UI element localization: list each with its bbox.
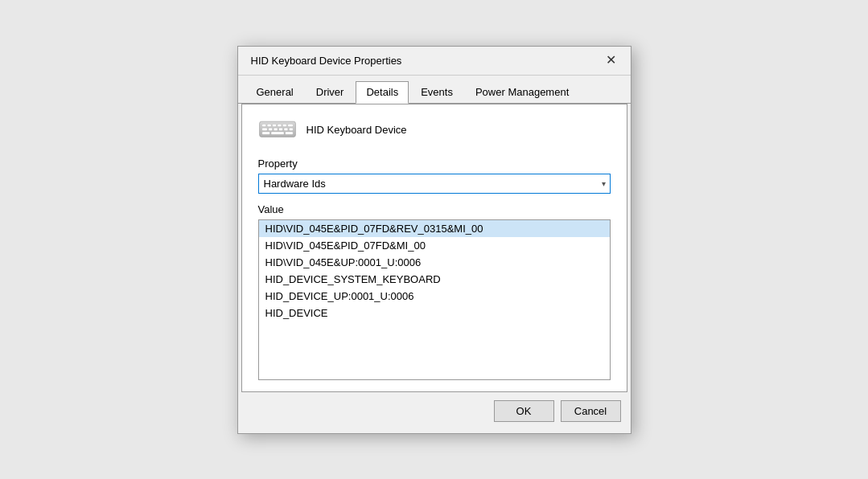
list-item[interactable]: HID\VID_045E&PID_07FD&REV_0315&MI_00 (259, 220, 610, 237)
svg-rect-7 (261, 128, 266, 130)
list-item[interactable]: HID\VID_045E&PID_07FD&MI_00 (259, 237, 610, 254)
tab-events[interactable]: Events (410, 81, 463, 104)
device-name-label: HID Keyboard Device (306, 124, 407, 136)
list-item[interactable]: HID\VID_045E&UP:0001_U:0006 (259, 254, 610, 271)
keyboard-icon-svg (258, 117, 297, 140)
ok-button[interactable]: OK (494, 400, 554, 422)
svg-rect-1 (261, 124, 265, 126)
property-select[interactable]: Hardware Ids (258, 174, 611, 194)
list-item[interactable]: HID_DEVICE_UP:0001_U:0006 (259, 288, 610, 305)
svg-rect-6 (287, 124, 292, 126)
svg-rect-3 (272, 124, 276, 126)
dialog-body: HID Keyboard Device Property Hardware Id… (241, 104, 627, 392)
property-select-wrapper: Hardware Ids ▾ (258, 174, 611, 194)
tab-general[interactable]: General (246, 81, 304, 104)
device-icon (258, 117, 297, 143)
dialog-footer: OK Cancel (238, 392, 631, 433)
svg-rect-14 (271, 132, 284, 134)
list-item[interactable]: HID_DEVICE (259, 305, 610, 321)
device-header: HID Keyboard Device (258, 117, 611, 143)
svg-rect-8 (268, 128, 272, 130)
svg-rect-13 (261, 132, 269, 134)
svg-rect-15 (285, 132, 293, 134)
svg-rect-9 (274, 128, 278, 130)
dialog-title: HID Keyboard Device Properties (251, 55, 402, 67)
list-item[interactable]: HID_DEVICE_SYSTEM_KEYBOARD (259, 271, 610, 288)
svg-rect-11 (284, 128, 288, 130)
svg-rect-2 (267, 124, 271, 126)
tab-power-management[interactable]: Power Management (465, 81, 579, 104)
title-bar: HID Keyboard Device Properties ✕ (238, 47, 631, 76)
tab-driver[interactable]: Driver (306, 81, 355, 104)
close-button[interactable]: ✕ (602, 51, 621, 70)
svg-rect-10 (278, 128, 282, 130)
tabs-bar: General Driver Details Events Power Mana… (238, 76, 631, 104)
cancel-button[interactable]: Cancel (561, 400, 621, 422)
value-label: Value (258, 203, 611, 215)
svg-rect-12 (289, 128, 293, 130)
svg-rect-4 (278, 124, 282, 126)
tab-details[interactable]: Details (356, 81, 409, 104)
dialog: HID Keyboard Device Properties ✕ General… (237, 46, 631, 434)
property-label: Property (258, 158, 611, 170)
value-list[interactable]: HID\VID_045E&PID_07FD&REV_0315&MI_00 HID… (258, 219, 611, 380)
svg-rect-5 (282, 124, 286, 126)
